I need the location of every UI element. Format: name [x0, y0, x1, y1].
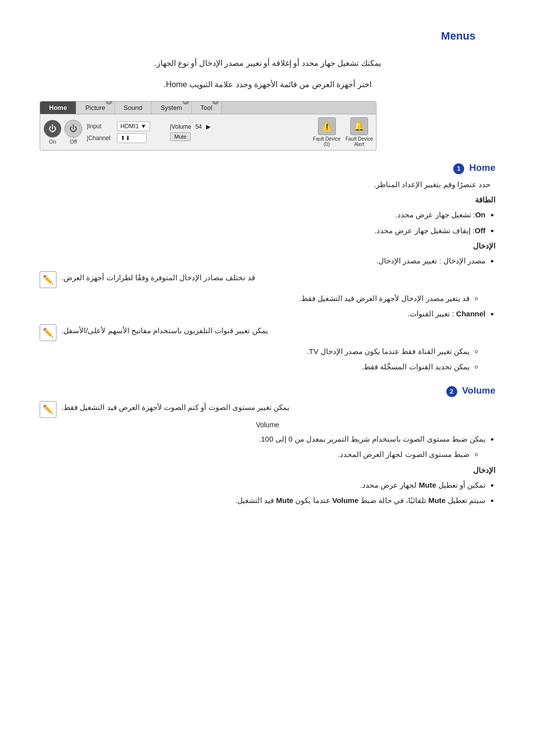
fault-device-alert: 🔔 Fault Device Alert [345, 117, 373, 147]
volume-input-heading: الإدخال [40, 466, 495, 475]
volume-box-label: Volume [256, 421, 279, 429]
on-off-row: ⏻ On ⏻ Off [44, 120, 82, 145]
menu-tabs: Home Picture 1 Sound System 2 Tool 3 [40, 101, 376, 114]
fault-label-alert: Fault Device Alert [345, 136, 373, 147]
home-heading-label: Home [469, 162, 495, 173]
list-item: Off: إيقاف تشغيل جهاز عرض محدد. [40, 224, 485, 237]
volume-note-text: يمكن تغيير مستوى الصوت أو كتم الصوت لأجه… [61, 401, 289, 414]
tab-tool[interactable]: Tool 3 [192, 101, 222, 114]
off-text: : إيقاف تشغيل جهاز عرض محدد. [374, 226, 475, 235]
channel-row: |Channel ⬆⬇ [87, 133, 166, 143]
tab-system[interactable]: System 2 [152, 101, 191, 114]
note-row-2: يمكن تغيير قنوات التلفزيون باستخدام مفات… [40, 324, 495, 341]
title-text: Menus [441, 30, 476, 42]
volume-section-heading: Volume 2 [40, 385, 495, 397]
list-item: قد يتغير مصدر الإدخال لأجهزة العرض قيد ا… [40, 292, 470, 305]
volume-bold: Volume [332, 496, 359, 504]
input-value[interactable]: HDMI1 ▼ [117, 121, 150, 131]
fault-icons-row: ⚠️ Fault Device (0) 🔔 Fault Device Alert [313, 117, 373, 147]
volume-row: |Volume 54 ▶ [170, 123, 249, 130]
on-text: : تشغيل جهاز عرض محدد. [395, 210, 475, 219]
fault-col: ⚠️ Fault Device (0) 🔔 Fault Device Alert [313, 117, 373, 147]
home-section-heading: Home 1 [40, 162, 495, 174]
on-label: On [49, 139, 56, 145]
list-item: On: تشغيل جهاز عرض محدد. [40, 208, 485, 221]
intro-line1: يمكنك تشغيل جهاز محدد أو إغلاقه أو تغيير… [40, 56, 495, 71]
list-item: يمكن ضبط مستوى الصوت باستخدام شريط التمر… [40, 433, 485, 446]
note-row-1: قد تختلف مصادر الإدخال المتوفرة وفقًا لط… [40, 271, 495, 288]
off-label: Off [70, 139, 77, 145]
note-icon-1: ✏️ [40, 271, 56, 288]
volume-note-row: يمكن تغيير مستوى الصوت أو كتم الصوت لأجه… [40, 401, 495, 418]
channel-bold: Channel [456, 309, 485, 318]
menu-bar: Home Picture 1 Sound System 2 Tool 3 ⏻ O… [40, 101, 376, 151]
volume-num: 54 [195, 123, 202, 130]
on-button[interactable]: ⏻ [44, 120, 61, 138]
list-item: مصدر الإدخال : تغيير مصدر الإدخال. [40, 254, 485, 267]
tab-num-1: 1 [106, 101, 112, 104]
mute-bold: Mute [419, 481, 436, 489]
input-list: مصدر الإدخال : تغيير مصدر الإدخال. [40, 254, 495, 267]
tab-home[interactable]: Home [40, 101, 76, 114]
list-item: يمكن تحديد القنوات المسجَّلة فقط. [40, 360, 470, 373]
volume-arrow: ▶ [206, 123, 211, 130]
volume-note-icon: ✏️ [40, 401, 56, 418]
channel-label: |Channel [87, 135, 114, 142]
tab-num-2: 2 [182, 101, 189, 104]
note-text-1: قد تختلف مصادر الإدخال المتوفرة وفقًا لط… [61, 271, 255, 284]
power-icons: ⏻ On ⏻ Off [43, 117, 83, 147]
note-text-2: يمكن تغيير قنوات التلفزيون باستخدام مفات… [61, 324, 268, 337]
tab-sound[interactable]: Sound [115, 101, 152, 114]
fault-icon-alert: 🔔 [350, 117, 368, 135]
mute-button[interactable]: Mute [170, 132, 191, 141]
tab-home-label: Home [49, 104, 67, 111]
tab-num-3: 3 [212, 101, 219, 104]
list-item: تمكين أو تعطيل Mute لجهاز عرض محدد. [40, 479, 485, 492]
volume-label-box: Volume [40, 421, 495, 429]
list-item: Channel : تغيير القنوات. [40, 307, 485, 320]
volume-heading-label: Volume [462, 385, 495, 396]
off-bold: Off [475, 226, 485, 235]
tab-picture-label: Picture [85, 104, 105, 111]
menu-body: ⏻ On ⏻ Off |Input HDMI1 ▼ |Channel ⬆⬇ [40, 114, 376, 150]
tab-sound-label: Sound [124, 104, 143, 111]
intro-line2: اختر أجهزة العرض من قائمة الأجهزة وحدد ع… [40, 78, 495, 92]
tab-picture[interactable]: Picture 1 [76, 101, 114, 114]
on-bold: On [475, 210, 485, 219]
menu-fields: |Input HDMI1 ▼ |Channel ⬆⬇ [87, 117, 166, 147]
input-heading: الإدخال [40, 242, 495, 251]
input-row: |Input HDMI1 ▼ [87, 121, 166, 131]
input-label: |Input [87, 123, 114, 130]
power-list: On: تشغيل جهاز عرض محدد. Off: إيقاف تشغي… [40, 208, 495, 237]
fault-label-0: Fault Device (0) [313, 136, 341, 147]
list-item: ضبط مستوى الصوت لجهاز العرض المحدد. [40, 448, 470, 461]
mute-bold2: Mute [428, 496, 446, 504]
tab-tool-label: Tool [201, 104, 213, 111]
channel-sub-list: يمكن تغيير القناة فقط عندما يكون مصدر ال… [40, 345, 495, 373]
on-icon-pair: ⏻ On [44, 120, 61, 145]
fault-icon-0: ⚠️ [318, 117, 336, 135]
home-intro: حدد عنصرًا وقم بتغيير الإعداد المناظر. [40, 178, 495, 191]
fault-device-0: ⚠️ Fault Device (0) [313, 117, 341, 147]
note-icon-2: ✏️ [40, 324, 56, 341]
volume-list: يمكن ضبط مستوى الصوت باستخدام شريط التمر… [40, 433, 495, 461]
off-icon-pair: ⏻ Off [64, 120, 82, 145]
list-item: سيتم تعطيل Mute تلقائيًا، في حالة ضبط Vo… [40, 494, 485, 507]
list-item: يمكن تغيير القناة فقط عندما يكون مصدر ال… [40, 345, 470, 358]
channel-value[interactable]: ⬆⬇ [117, 133, 147, 143]
volume-fields: |Volume 54 ▶ Mute [170, 117, 249, 147]
page-title: Menus [40, 30, 476, 43]
input-sub-list: قد يتغير مصدر الإدخال لأجهزة العرض قيد ا… [40, 292, 495, 320]
power-heading: الطاقة [40, 196, 495, 204]
off-button[interactable]: ⏻ [64, 120, 82, 138]
home-heading-num: 1 [453, 163, 464, 174]
mute-row: Mute [170, 132, 249, 141]
mute-list: تمكين أو تعطيل Mute لجهاز عرض محدد. سيتم… [40, 479, 495, 507]
mute-bold3: Mute [276, 496, 293, 504]
volume-label-text: |Volume [170, 123, 191, 130]
volume-heading-num: 2 [446, 386, 457, 397]
tab-system-label: System [160, 104, 182, 111]
